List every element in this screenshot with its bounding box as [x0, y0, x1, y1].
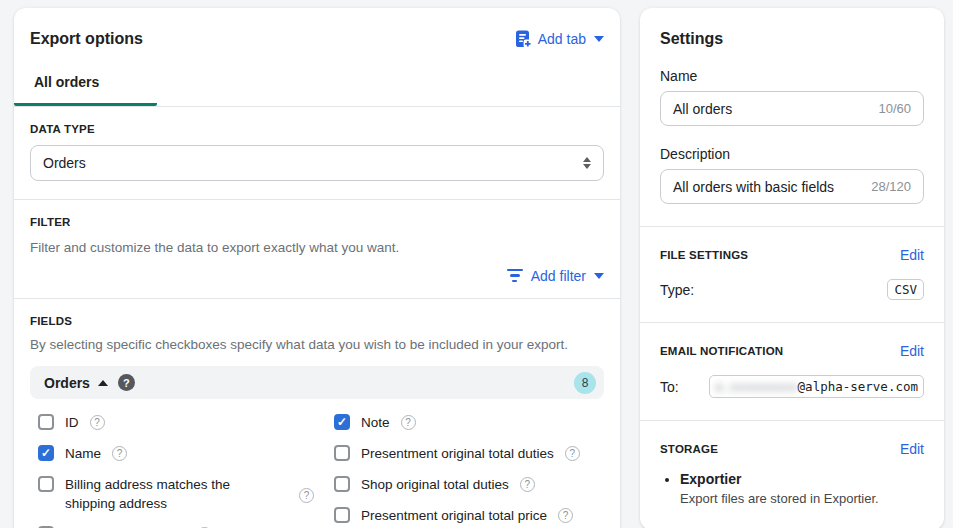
description-char-counter: 28/120 — [871, 179, 911, 194]
field-row-presentment-price: Presentment original total price — [334, 506, 604, 525]
file-settings-edit-link[interactable]: Edit — [900, 247, 924, 263]
storage-label: STORAGE — [660, 443, 718, 455]
add-filter-button[interactable]: Add filter — [507, 268, 604, 284]
help-icon[interactable] — [112, 446, 127, 461]
checkbox-label: Presentment original total price — [361, 506, 547, 525]
select-stepper-icon — [583, 157, 591, 169]
settings-card-body: Settings Name All orders 10/60 Descripti… — [640, 8, 944, 204]
add-tab-label: Add tab — [538, 31, 586, 47]
file-settings-section: FILE SETTINGS Edit Type: CSV — [640, 247, 944, 300]
to-label: To: — [660, 379, 679, 395]
storage-provider-name: Exportier — [680, 471, 924, 487]
name-field-label: Name — [660, 68, 924, 84]
fields-column-left: ID Name Billing address matches the ship… — [38, 413, 318, 528]
checkbox-label: ID — [65, 413, 79, 432]
storage-provider-item: Exportier Export files are stored in Exp… — [680, 471, 924, 508]
field-row-billing-address: Billing address matches the shipping add… — [38, 475, 318, 513]
filter-section: FILTER Filter and customize the data to … — [14, 200, 620, 258]
field-row-shop-duties: Shop original total duties — [334, 475, 604, 494]
help-icon[interactable] — [299, 488, 314, 503]
checkbox[interactable] — [38, 445, 54, 461]
tab-all-orders[interactable]: All orders — [14, 66, 157, 106]
email-domain-part: @alpha-serve.com — [798, 379, 918, 394]
checkbox-label: Presentment original total duties — [361, 444, 554, 463]
filter-icon — [507, 269, 523, 283]
divider — [640, 226, 944, 227]
fields-grid: ID Name Billing address matches the ship… — [30, 399, 604, 528]
help-icon[interactable] — [90, 415, 105, 430]
fields-column-right: Note Presentment original total duties S… — [334, 413, 604, 528]
divider — [640, 420, 944, 421]
storage-section: STORAGE Edit Exportier Export files are … — [640, 441, 944, 528]
help-icon[interactable] — [565, 446, 580, 461]
add-tab-icon — [514, 30, 532, 48]
export-options-title: Export options — [30, 30, 143, 48]
divider — [640, 322, 944, 323]
settings-title: Settings — [660, 30, 924, 48]
checkbox[interactable] — [38, 476, 54, 492]
checkbox-label: Billing address matches the shipping add… — [65, 475, 237, 513]
checkbox[interactable] — [38, 414, 54, 430]
export-options-card: Export options Add tab — [14, 8, 620, 528]
file-type-badge: CSV — [887, 279, 924, 300]
export-card-header: Export options Add tab — [14, 8, 620, 48]
settings-card: Settings Name All orders 10/60 Descripti… — [640, 8, 944, 528]
chevron-down-icon — [594, 36, 604, 42]
field-row-id: ID — [38, 413, 318, 432]
email-redacted-part: a.xxxxxxxxx — [715, 379, 798, 394]
email-address-box: a.xxxxxxxxx@alpha-serve.com — [709, 375, 924, 398]
name-input[interactable]: All orders 10/60 — [660, 91, 924, 126]
name-input-value: All orders — [673, 101, 732, 117]
collapse-arrow-icon — [98, 380, 108, 386]
fields-label: FIELDS — [30, 315, 604, 327]
add-tab-button[interactable]: Add tab — [514, 30, 604, 48]
field-row-note: Note — [334, 413, 604, 432]
data-type-section: DATA TYPE Orders — [14, 107, 620, 181]
data-type-label: DATA TYPE — [30, 123, 604, 135]
description-field-label: Description — [660, 146, 924, 162]
checkbox-label: Name — [65, 444, 101, 463]
checkbox[interactable] — [334, 414, 350, 430]
email-notification-edit-link[interactable]: Edit — [900, 343, 924, 359]
help-icon[interactable] — [401, 415, 416, 430]
field-row-name: Name — [38, 444, 318, 463]
orders-help-icon[interactable] — [118, 374, 135, 391]
description-input[interactable]: All orders with basic fields 28/120 — [660, 169, 924, 204]
data-type-selected-value: Orders — [43, 155, 86, 171]
fields-section: FIELDS By selecting specific checkboxes … — [14, 299, 620, 528]
checkbox[interactable] — [334, 507, 350, 523]
file-settings-label: FILE SETTINGS — [660, 249, 748, 261]
type-label: Type: — [660, 282, 694, 298]
checkbox-label: Note — [361, 413, 390, 432]
name-char-counter: 10/60 — [878, 101, 911, 116]
add-filter-row: Add filter — [14, 258, 620, 298]
checkbox-label: Shop original total duties — [361, 475, 509, 494]
help-icon[interactable] — [558, 508, 573, 523]
storage-edit-link[interactable]: Edit — [900, 441, 924, 457]
storage-provider-list: Exportier Export files are stored in Exp… — [680, 471, 924, 528]
add-filter-label: Add filter — [531, 268, 586, 284]
tab-bar: All orders — [14, 66, 620, 107]
filter-label: FILTER — [30, 216, 604, 228]
filter-description: Filter and customize the data to export … — [30, 238, 604, 258]
email-notification-section: EMAIL NOTIFICATION Edit To: a.xxxxxxxxx@… — [640, 343, 944, 398]
storage-provider-description: Export files are stored in Exportier. — [680, 490, 924, 508]
field-row-presentment-duties: Presentment original total duties — [334, 444, 604, 463]
help-icon[interactable] — [520, 477, 535, 492]
chevron-down-icon — [594, 273, 604, 279]
orders-group-name: Orders — [44, 375, 90, 391]
checkbox[interactable] — [334, 445, 350, 461]
fields-description: By selecting specific checkboxes specify… — [30, 335, 604, 355]
description-input-value: All orders with basic fields — [673, 179, 834, 195]
orders-group-header[interactable]: Orders 8 — [30, 366, 604, 399]
email-notification-label: EMAIL NOTIFICATION — [660, 345, 783, 357]
checkbox[interactable] — [334, 476, 350, 492]
data-type-select[interactable]: Orders — [30, 145, 604, 181]
selected-count-badge: 8 — [574, 372, 596, 394]
page: Export options Add tab — [0, 0, 953, 528]
